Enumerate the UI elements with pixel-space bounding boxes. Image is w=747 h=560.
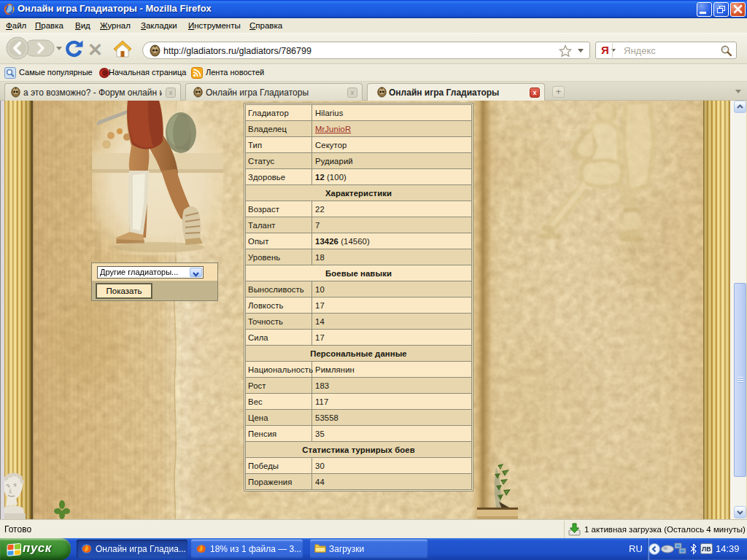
svg-text:ЛВ: ЛВ [702, 545, 711, 553]
